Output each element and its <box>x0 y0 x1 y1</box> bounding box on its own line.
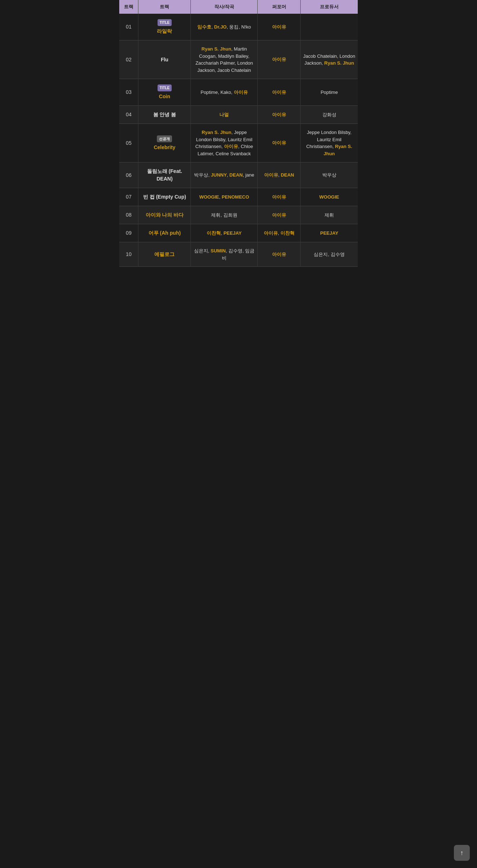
track-title: 돌림노래 (Feat. DEAN) <box>141 168 188 183</box>
track-title-cell: 어푸 (Ah puh) <box>138 224 191 242</box>
track-table: 트랙 트랙 작사/작곡 퍼포머 프로듀서 01TITLE라일락임수호, Dr.J… <box>119 0 358 267</box>
table-row: 05선공개CelebrityRyan S. Jhun, Jeppe London… <box>119 124 358 162</box>
track-badge: 선공개 <box>157 135 172 142</box>
col-header-writers: 작사/작곡 <box>191 0 258 14</box>
track-title: Coin <box>141 93 188 100</box>
track-number: 10 <box>119 242 138 267</box>
track-badge: TITLE <box>158 84 172 91</box>
track-performer: 아이유 <box>258 14 301 40</box>
track-producers: WOOGIE <box>301 188 358 206</box>
track-writers: 임수호, Dr.JO, 웅킴, N!ko <box>191 14 258 40</box>
track-title-cell: TITLE라일락 <box>138 14 191 40</box>
track-producers: Poptime <box>301 79 358 106</box>
track-performer: 아이유, DEAN <box>258 162 301 188</box>
track-writers: Ryan S. Jhun, Martin Coogan, Madilyn Bai… <box>191 40 258 79</box>
track-producers: 강화성 <box>301 106 358 124</box>
col-header-num: 트랙 <box>119 0 138 14</box>
table-row: 10에필로그심은지, SUMIN, 김수영, 임금비아이유심은지, 김수영 <box>119 242 358 267</box>
track-table-container: 트랙 트랙 작사/작곡 퍼포머 프로듀서 01TITLE라일락임수호, Dr.J… <box>119 0 358 267</box>
table-row: 07빈 컵 (Empty Cup)WOOGIE, PENOMECO아이유WOOG… <box>119 188 358 206</box>
track-producers <box>301 14 358 40</box>
track-writers: Poptime, Kako, 아이유 <box>191 79 258 106</box>
track-writers: 이찬혁, PEEJAY <box>191 224 258 242</box>
track-number: 08 <box>119 206 138 224</box>
track-writers: 박우상, JUNNY, DEAN, jane <box>191 162 258 188</box>
track-title-cell: 에필로그 <box>138 242 191 267</box>
track-performer: 아이유, 이찬혁 <box>258 224 301 242</box>
track-title: 아이와 나의 바다 <box>141 211 188 219</box>
track-title: 봄 안녕 봄 <box>141 111 188 118</box>
track-title: Celebrity <box>141 144 188 151</box>
track-title: Flu <box>141 56 188 64</box>
table-row: 09어푸 (Ah puh)이찬혁, PEEJAY아이유, 이찬혁PEEJAY <box>119 224 358 242</box>
track-performer: 아이유 <box>258 40 301 79</box>
table-row: 03TITLECoinPoptime, Kako, 아이유아이유Poptime <box>119 79 358 106</box>
track-producers: 제휘 <box>301 206 358 224</box>
table-row: 06돌림노래 (Feat. DEAN)박우상, JUNNY, DEAN, jan… <box>119 162 358 188</box>
track-title-cell: 선공개Celebrity <box>138 124 191 162</box>
track-number: 01 <box>119 14 138 40</box>
table-row: 02FluRyan S. Jhun, Martin Coogan, Madily… <box>119 40 358 79</box>
track-number: 03 <box>119 79 138 106</box>
track-title-cell: 봄 안녕 봄 <box>138 106 191 124</box>
track-number: 05 <box>119 124 138 162</box>
track-title-cell: Flu <box>138 40 191 79</box>
track-number: 07 <box>119 188 138 206</box>
table-row: 08아이와 나의 바다제휘, 김희원아이유제휘 <box>119 206 358 224</box>
track-title: 라일락 <box>141 27 188 35</box>
track-title-cell: 돌림노래 (Feat. DEAN) <box>138 162 191 188</box>
track-title: 어푸 (Ah puh) <box>141 229 188 237</box>
track-number: 06 <box>119 162 138 188</box>
track-performer: 아이유 <box>258 188 301 206</box>
col-header-producers: 프로듀서 <box>301 0 358 14</box>
table-header-row: 트랙 트랙 작사/작곡 퍼포머 프로듀서 <box>119 0 358 14</box>
table-row: 01TITLE라일락임수호, Dr.JO, 웅킴, N!ko아이유 <box>119 14 358 40</box>
track-performer: 아이유 <box>258 206 301 224</box>
track-title-cell: TITLECoin <box>138 79 191 106</box>
table-row: 04봄 안녕 봄나얼아이유강화성 <box>119 106 358 124</box>
track-writers: 심은지, SUMIN, 김수영, 임금비 <box>191 242 258 267</box>
track-badge: TITLE <box>158 19 172 26</box>
track-producers: Jacob Chatelain, London Jackson, Ryan S.… <box>301 40 358 79</box>
track-writers: WOOGIE, PENOMECO <box>191 188 258 206</box>
track-producers: PEEJAY <box>301 224 358 242</box>
track-writers: 나얼 <box>191 106 258 124</box>
track-title-cell: 아이와 나의 바다 <box>138 206 191 224</box>
track-writers: Ryan S. Jhun, Jeppe London Bilsby, Lauri… <box>191 124 258 162</box>
track-performer: 아이유 <box>258 124 301 162</box>
col-header-performer: 퍼포머 <box>258 0 301 14</box>
track-producers: Jeppe London Bilsby, Lauritz Emil Christ… <box>301 124 358 162</box>
track-title: 에필로그 <box>141 251 188 258</box>
track-number: 04 <box>119 106 138 124</box>
track-producers: 심은지, 김수영 <box>301 242 358 267</box>
track-title-cell: 빈 컵 (Empty Cup) <box>138 188 191 206</box>
col-header-title: 트랙 <box>138 0 191 14</box>
track-performer: 아이유 <box>258 242 301 267</box>
track-writers: 제휘, 김희원 <box>191 206 258 224</box>
track-producers: 박우상 <box>301 162 358 188</box>
track-performer: 아이유 <box>258 79 301 106</box>
track-number: 02 <box>119 40 138 79</box>
track-performer: 아이유 <box>258 106 301 124</box>
track-number: 09 <box>119 224 138 242</box>
track-title: 빈 컵 (Empty Cup) <box>141 193 188 201</box>
